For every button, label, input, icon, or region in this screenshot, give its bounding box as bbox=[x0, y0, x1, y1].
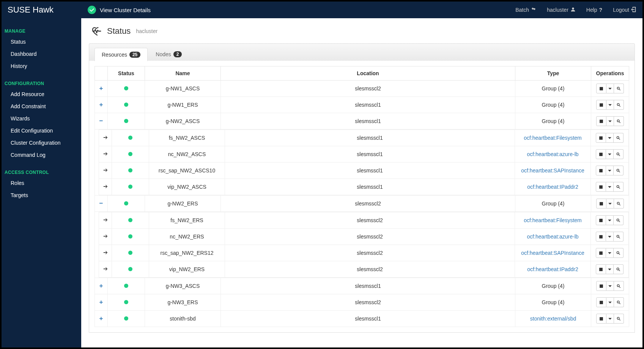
stop-button[interactable] bbox=[596, 281, 606, 291]
collapse-icon[interactable]: − bbox=[99, 117, 103, 125]
name-cell: stonith-sbd bbox=[145, 311, 221, 327]
collapse-icon[interactable]: − bbox=[99, 200, 103, 207]
topbar: SUSE Hawk View Cluster Details Batch hac… bbox=[2, 2, 642, 18]
type-link[interactable]: ocf:heartbeat:Filesystem bbox=[524, 135, 582, 141]
type-text: Group (4) bbox=[542, 102, 565, 108]
tab-nodes[interactable]: Nodes2 bbox=[148, 47, 189, 61]
table-row: vip_NW2_ASCSslesmsscl1ocf:heartbeat:IPad… bbox=[99, 179, 629, 195]
dropdown-button[interactable] bbox=[606, 248, 614, 258]
details-button[interactable] bbox=[614, 314, 624, 324]
tab-resources[interactable]: Resources25 bbox=[94, 48, 148, 61]
svg-rect-10 bbox=[599, 169, 603, 172]
details-button[interactable] bbox=[614, 297, 624, 307]
help-link[interactable]: Help ? bbox=[586, 7, 602, 13]
details-button[interactable] bbox=[614, 116, 624, 126]
nav-item-add-resource[interactable]: Add Resource bbox=[2, 88, 81, 100]
dropdown-button[interactable] bbox=[606, 166, 614, 175]
dropdown-button[interactable] bbox=[606, 84, 614, 93]
nav-item-edit-configuration[interactable]: Edit Configuration bbox=[2, 125, 81, 137]
nav-item-command-log[interactable]: Command Log bbox=[2, 149, 81, 161]
cluster-status-link[interactable]: View Cluster Details bbox=[88, 6, 151, 14]
dropdown-button[interactable] bbox=[606, 100, 614, 110]
details-button[interactable] bbox=[614, 182, 624, 192]
col-location[interactable]: Location bbox=[221, 66, 515, 81]
nav-item-targets[interactable]: Targets bbox=[2, 189, 81, 201]
nav-item-dashboard[interactable]: Dashboard bbox=[2, 48, 81, 60]
batch-link[interactable]: Batch bbox=[515, 7, 536, 13]
type-link[interactable]: ocf:heartbeat:azure-lb bbox=[527, 234, 578, 240]
details-button[interactable] bbox=[614, 264, 624, 274]
dropdown-button[interactable] bbox=[606, 133, 614, 143]
type-link[interactable]: ocf:heartbeat:IPaddr2 bbox=[527, 184, 578, 190]
dropdown-button[interactable] bbox=[606, 116, 614, 126]
expand-icon[interactable]: + bbox=[99, 298, 103, 306]
cluster-status-label: View Cluster Details bbox=[100, 7, 151, 13]
type-link[interactable]: ocf:heartbeat:Filesystem bbox=[524, 217, 582, 223]
nav-item-wizards[interactable]: Wizards bbox=[2, 112, 81, 125]
details-button[interactable] bbox=[614, 248, 624, 258]
stop-button[interactable] bbox=[596, 248, 606, 258]
dropdown-button[interactable] bbox=[606, 314, 614, 324]
expand-icon[interactable]: + bbox=[99, 101, 103, 108]
dropdown-button[interactable] bbox=[606, 215, 614, 225]
details-button[interactable] bbox=[614, 281, 624, 291]
col-type[interactable]: Type bbox=[515, 66, 591, 81]
stop-button[interactable] bbox=[596, 314, 606, 324]
expand-icon[interactable]: + bbox=[99, 85, 103, 92]
type-link[interactable]: ocf:heartbeat:SAPInstance bbox=[521, 167, 584, 174]
stop-button[interactable] bbox=[596, 133, 606, 143]
dropdown-button[interactable] bbox=[606, 232, 614, 242]
type-text: Group (4) bbox=[542, 283, 565, 289]
dropdown-button[interactable] bbox=[606, 297, 614, 307]
type-link[interactable]: ocf:heartbeat:SAPInstance bbox=[521, 250, 584, 256]
stop-button[interactable] bbox=[596, 84, 606, 93]
status-dot bbox=[124, 300, 128, 304]
stop-button[interactable] bbox=[596, 264, 606, 274]
nav-item-roles[interactable]: Roles bbox=[2, 177, 81, 189]
user-link[interactable]: hacluster bbox=[547, 7, 576, 13]
nav-item-history[interactable]: History bbox=[2, 60, 81, 72]
dropdown-button[interactable] bbox=[606, 264, 614, 274]
stop-button[interactable] bbox=[596, 166, 606, 175]
stop-button[interactable] bbox=[596, 232, 606, 242]
expand-icon[interactable]: + bbox=[99, 315, 103, 322]
status-dot bbox=[128, 152, 132, 156]
details-button[interactable] bbox=[614, 199, 624, 208]
name-cell: rsc_sap_NW2_ASCS10 bbox=[149, 163, 225, 179]
type-link[interactable]: ocf:heartbeat:azure-lb bbox=[527, 151, 578, 157]
nav-item-cluster-configuration[interactable]: Cluster Configuration bbox=[2, 137, 81, 149]
col-name[interactable]: Name bbox=[145, 66, 221, 81]
dropdown-button[interactable] bbox=[606, 281, 614, 291]
details-button[interactable] bbox=[614, 215, 624, 225]
type-link[interactable]: stonith:external/sbd bbox=[530, 316, 576, 322]
details-button[interactable] bbox=[614, 232, 624, 242]
name-cell: g-NW2_ASCS bbox=[145, 113, 221, 129]
expand-icon[interactable]: + bbox=[99, 282, 103, 289]
stop-button[interactable] bbox=[596, 149, 606, 159]
dropdown-button[interactable] bbox=[606, 149, 614, 159]
logout-link[interactable]: Logout bbox=[613, 7, 636, 13]
table-row: fs_NW2_ASCSslesmsscl1ocf:heartbeat:Files… bbox=[99, 130, 629, 146]
svg-point-7 bbox=[617, 136, 619, 139]
details-button[interactable] bbox=[614, 100, 624, 110]
details-button[interactable] bbox=[614, 84, 624, 93]
dropdown-button[interactable] bbox=[606, 199, 614, 208]
col-status[interactable]: Status bbox=[108, 66, 145, 81]
nav-item-add-constraint[interactable]: Add Constraint bbox=[2, 100, 81, 112]
type-link[interactable]: ocf:heartbeat:IPaddr2 bbox=[527, 266, 578, 272]
stop-button[interactable] bbox=[596, 100, 606, 110]
details-button[interactable] bbox=[614, 133, 624, 143]
stop-button[interactable] bbox=[596, 116, 606, 126]
stop-button[interactable] bbox=[596, 215, 606, 225]
col-operations[interactable]: Operations bbox=[591, 66, 629, 81]
content: Status hacluster Resources25Nodes2 Statu… bbox=[81, 18, 642, 347]
details-button[interactable] bbox=[614, 166, 624, 175]
dropdown-button[interactable] bbox=[606, 182, 614, 192]
stop-button[interactable] bbox=[596, 297, 606, 307]
svg-rect-12 bbox=[599, 185, 603, 189]
details-button[interactable] bbox=[614, 149, 624, 159]
nav-item-status[interactable]: Status bbox=[2, 36, 81, 48]
status-dot bbox=[124, 316, 128, 321]
stop-button[interactable] bbox=[596, 182, 606, 192]
stop-button[interactable] bbox=[596, 199, 606, 208]
